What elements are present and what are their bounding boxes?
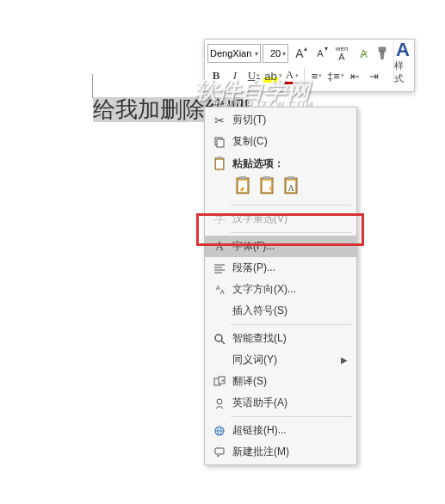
context-menu: ✂ 剪切(T) 复制(C) 粘贴选项： A 字 汉字重选( bbox=[204, 107, 357, 465]
menu-paste-section: 粘贴选项： A bbox=[205, 152, 356, 202]
shrink-font-button[interactable]: A▾ bbox=[311, 44, 330, 63]
menu-copy[interactable]: 复制(C) bbox=[205, 131, 356, 152]
italic-button[interactable]: I bbox=[226, 66, 244, 85]
svg-point-21 bbox=[215, 335, 222, 341]
dropdown-icon: ▾ bbox=[282, 50, 286, 58]
svg-rect-12 bbox=[287, 176, 294, 179]
format-painter-button[interactable] bbox=[374, 44, 392, 63]
svg-rect-1 bbox=[217, 139, 224, 147]
mini-toolbar: DengXian ▾ 20 ▾ A▴ A▾ wén A A̷ bbox=[204, 39, 415, 92]
clear-format-button[interactable]: A̷ bbox=[354, 44, 373, 63]
svg-line-22 bbox=[221, 341, 225, 344]
font-color-button[interactable]: A▾ bbox=[283, 66, 300, 85]
assistant-icon bbox=[210, 397, 229, 409]
font-size-selector[interactable]: 20 ▾ bbox=[263, 44, 288, 63]
menu-label: 超链接(H)... bbox=[229, 423, 348, 438]
chevron-right-icon: ▶ bbox=[341, 355, 348, 365]
grow-font-button[interactable]: A▴ bbox=[290, 44, 309, 63]
search-icon bbox=[210, 333, 229, 345]
menu-insert-symbol[interactable]: 插入符号(S) bbox=[205, 300, 356, 322]
svg-rect-6 bbox=[239, 176, 246, 179]
separator bbox=[304, 68, 305, 83]
menu-separator bbox=[231, 205, 351, 206]
menu-smart-lookup[interactable]: 智能查找(L) bbox=[205, 328, 356, 349]
menu-label: 复制(C) bbox=[229, 134, 348, 149]
svg-rect-3 bbox=[217, 157, 222, 159]
styles-label: 样式 bbox=[394, 59, 411, 85]
svg-rect-30 bbox=[215, 448, 224, 454]
menu-translate[interactable]: a 翻译(S) bbox=[205, 371, 356, 392]
copy-icon bbox=[210, 136, 229, 148]
font-icon: A bbox=[210, 240, 229, 254]
svg-text:A: A bbox=[220, 289, 225, 295]
align-button[interactable]: ≡▾ bbox=[308, 66, 325, 85]
menu-hyperlink[interactable]: 超链接(H)... bbox=[205, 420, 356, 441]
han-icon: 字 bbox=[210, 212, 229, 227]
svg-rect-4 bbox=[216, 160, 223, 169]
indent-button[interactable]: ⇤ bbox=[346, 66, 363, 85]
clipboard-icon bbox=[210, 157, 229, 170]
menu-label: 粘贴选项： bbox=[229, 157, 351, 171]
menu-separator bbox=[231, 324, 351, 325]
menu-english-assistant[interactable]: 英语助手(A) bbox=[205, 392, 356, 414]
paste-text-only-button[interactable]: A bbox=[281, 175, 301, 197]
svg-text:A: A bbox=[287, 183, 294, 193]
menu-label: 同义词(Y) bbox=[229, 353, 341, 367]
menu-separator bbox=[231, 416, 351, 417]
menu-label: 剪切(T) bbox=[229, 113, 348, 127]
styles-icon: A bbox=[396, 40, 410, 59]
styles-button[interactable]: A 样式 bbox=[393, 42, 411, 83]
menu-label: 字体(F)... bbox=[229, 239, 348, 254]
paste-merge-button[interactable] bbox=[256, 175, 277, 197]
text-direction-icon: AA bbox=[210, 284, 229, 296]
comment-icon bbox=[210, 446, 229, 458]
menu-label: 段落(P)... bbox=[229, 261, 348, 275]
menu-label: 翻译(S) bbox=[229, 374, 348, 389]
highlight-button[interactable]: ab▾ bbox=[264, 66, 281, 85]
menu-paragraph[interactable]: 段落(P)... bbox=[205, 257, 356, 279]
font-size-value: 20 bbox=[270, 48, 281, 58]
link-icon bbox=[210, 425, 229, 437]
menu-synonyms[interactable]: 同义词(Y) ▶ bbox=[205, 349, 356, 371]
menu-cut[interactable]: ✂ 剪切(T) bbox=[205, 109, 356, 131]
menu-label: 英语助手(A) bbox=[229, 396, 348, 410]
bold-button[interactable]: B bbox=[207, 66, 225, 85]
underline-button[interactable]: U▾ bbox=[245, 66, 263, 85]
menu-new-comment[interactable]: 新建批注(M) bbox=[205, 441, 356, 463]
menu-font[interactable]: A 字体(F)... bbox=[205, 236, 356, 257]
menu-han-reselect: 字 汉字重选(V) bbox=[205, 208, 356, 230]
line-spacing-button[interactable]: ‡≡▾ bbox=[327, 66, 344, 85]
scissors-icon: ✂ bbox=[210, 114, 229, 127]
svg-point-26 bbox=[217, 399, 222, 404]
font-name-selector[interactable]: DengXian ▾ bbox=[207, 44, 261, 63]
font-name-value: DengXian bbox=[210, 48, 251, 58]
menu-label: 新建批注(M) bbox=[229, 445, 348, 459]
menu-label: 插入符号(S) bbox=[229, 304, 348, 318]
paragraph-icon bbox=[210, 263, 229, 274]
menu-label: 文字方向(X)... bbox=[229, 282, 348, 297]
svg-rect-9 bbox=[263, 176, 270, 179]
dropdown-icon: ▾ bbox=[255, 50, 258, 58]
outdent-button[interactable]: ⇥ bbox=[365, 66, 382, 85]
phonetic-guide-button[interactable]: wén A bbox=[331, 44, 352, 63]
menu-label: 汉字重选(V) bbox=[229, 212, 348, 226]
menu-label: 智能查找(L) bbox=[229, 331, 348, 346]
menu-separator bbox=[231, 232, 351, 233]
paste-keep-source-button[interactable] bbox=[232, 175, 253, 197]
menu-text-direction[interactable]: AA 文字方向(X)... bbox=[205, 279, 356, 300]
translate-icon: a bbox=[210, 376, 229, 388]
